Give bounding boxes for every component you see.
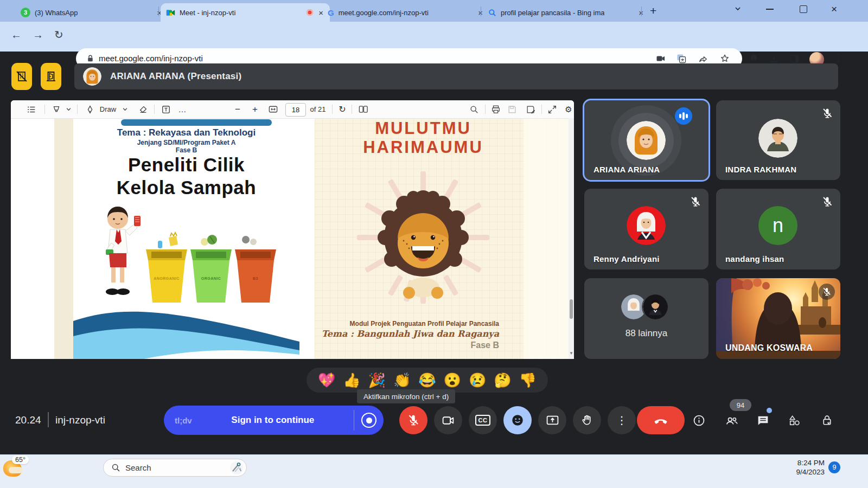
highlighter-chevron-icon[interactable]: [64, 100, 73, 118]
present-icon: [546, 414, 559, 427]
browser-tab-strip: 3 (3) WhatsApp × Meet - inj-nzop-vti × G…: [0, 0, 868, 22]
fit-width-icon[interactable]: [266, 100, 280, 118]
window-menu-chevron-icon[interactable]: [733, 4, 742, 15]
save-as-icon[interactable]: [524, 100, 537, 118]
pdf-scrollbar[interactable]: ▾: [569, 118, 574, 359]
meeting-code: inj-nzop-vti: [55, 414, 105, 426]
fullscreen-icon[interactable]: [546, 100, 559, 118]
mic-off-icon: [406, 413, 420, 427]
bookmark-star-icon[interactable]: [719, 53, 730, 64]
reactions-button[interactable]: [503, 406, 532, 434]
share-icon[interactable]: [698, 53, 709, 64]
participant-tile-renny[interactable]: Renny Andriyani: [584, 189, 709, 269]
draw-label[interactable]: Draw: [98, 100, 118, 118]
reaction-thumbs-down[interactable]: 👎: [519, 372, 537, 389]
participant-tile-undang[interactable]: UNDANG KOSWARA: [716, 278, 840, 359]
tldv-sign-in-button[interactable]: Sign in to continue: [192, 415, 354, 426]
rotate-icon[interactable]: ↻: [336, 100, 348, 118]
more-tools-icon[interactable]: …: [176, 100, 189, 118]
participant-tile-nandang[interactable]: n nandang ihsan: [716, 189, 840, 269]
highlighter-icon[interactable]: [50, 100, 63, 118]
slide-footer-3: Fase B: [320, 341, 499, 350]
print-icon[interactable]: [489, 100, 502, 118]
participant-tile-indra[interactable]: INDRA RAKHMAN: [716, 100, 840, 180]
participant-tile-others[interactable]: 88 lainnya: [584, 278, 709, 359]
reaction-party[interactable]: 🎉: [368, 372, 386, 389]
camera-toggle-button[interactable]: [434, 406, 462, 434]
page-margin-strip: [54, 118, 73, 359]
lock-icon: [86, 54, 95, 63]
page-number-input[interactable]: 18: [285, 103, 306, 117]
reaction-laugh[interactable]: 😂: [418, 372, 436, 389]
window-close-button[interactable]: ×: [831, 3, 837, 15]
reaction-thumbs-up[interactable]: 👍: [343, 372, 360, 389]
captions-button[interactable]: CC: [469, 406, 497, 434]
tab-whatsapp[interactable]: 3 (3) WhatsApp ×: [15, 3, 168, 22]
tldv-banner[interactable]: tl;dv Sign in to continue: [164, 406, 384, 435]
people-panel-button[interactable]: [725, 414, 739, 428]
reaction-thinking[interactable]: 🤔: [494, 372, 511, 389]
reaction-cry[interactable]: 😢: [469, 372, 486, 389]
tab-meet-active[interactable]: Meet - inj-nzop-vti ×: [161, 3, 330, 22]
clock[interactable]: 8:24 PM 9/4/2023: [782, 459, 825, 477]
taskbar-search-box[interactable]: Search: [103, 459, 247, 477]
browser-menu-kebab-icon[interactable]: ⋮: [833, 52, 844, 64]
tab-meet-url[interactable]: G meet.google.com/inj-nzop-vti ×: [322, 3, 489, 22]
camera-permission-icon[interactable]: [655, 53, 666, 64]
back-button[interactable]: ←: [11, 29, 22, 41]
mic-toggle-button[interactable]: [399, 406, 427, 434]
page-view-icon[interactable]: [356, 100, 370, 118]
chat-icon: [756, 414, 770, 427]
activities-button[interactable]: [788, 414, 801, 427]
zoom-out-icon[interactable]: −: [232, 100, 243, 118]
extension-button-door[interactable]: [41, 63, 61, 90]
search-highlight-image[interactable]: [229, 461, 244, 475]
extensions-puzzle-icon[interactable]: [748, 53, 759, 65]
pdf-scrollbar-thumb[interactable]: [570, 299, 573, 319]
window-restore-button[interactable]: [800, 5, 807, 13]
reaction-heart[interactable]: 💖: [318, 372, 335, 389]
text-box-icon[interactable]: [159, 100, 173, 118]
leave-call-button[interactable]: [637, 406, 685, 434]
participants-count-badge: 94: [730, 399, 751, 411]
translate-icon[interactable]: [676, 53, 687, 64]
participant-name: Renny Andriyani: [593, 254, 660, 264]
forward-button[interactable]: →: [33, 29, 43, 41]
search-placeholder: Search: [125, 463, 151, 472]
avatar: [758, 119, 797, 158]
side-panel-icon[interactable]: [789, 53, 800, 65]
present-screen-button[interactable]: [538, 406, 566, 434]
reaction-surprised[interactable]: 😮: [444, 372, 461, 389]
tldv-record-button[interactable]: [354, 413, 384, 428]
host-controls-button[interactable]: [820, 414, 834, 427]
weather-temp-label: 65°: [12, 455, 29, 464]
window-minimize-button[interactable]: [766, 9, 774, 10]
phone-down-icon: [653, 413, 668, 428]
eraser-icon[interactable]: [137, 100, 150, 118]
draw-chevron-icon[interactable]: [120, 100, 129, 118]
zoom-in-icon[interactable]: +: [250, 100, 260, 118]
extension-button-grid[interactable]: [11, 63, 32, 90]
pdf-settings-gear-icon[interactable]: ⚙: [562, 100, 574, 118]
search-document-icon[interactable]: [468, 100, 481, 118]
slide-left: Tema : Rekayasa dan Teknologi Jenjang SD…: [73, 118, 299, 359]
draw-pen-icon[interactable]: [84, 100, 97, 118]
new-tab-button[interactable]: +: [650, 4, 656, 17]
mic-off-icon: [821, 107, 834, 120]
chat-panel-button[interactable]: [756, 414, 770, 427]
bin-label-anorganic: ANORGANIC: [146, 277, 187, 280]
reload-button[interactable]: ↻: [54, 28, 63, 41]
hand-icon: [580, 414, 594, 427]
tab-label: Meet - inj-nzop-vti: [180, 9, 235, 17]
meeting-details-button[interactable]: [692, 414, 706, 427]
tab-bing-search[interactable]: profil pelajar pancasila - Bing ima ×: [483, 3, 650, 22]
toc-list-icon[interactable]: [25, 100, 38, 118]
participant-tile-ariana[interactable]: ARIANA ARIANA: [584, 100, 709, 180]
raise-hand-button[interactable]: [573, 406, 601, 434]
reaction-clap[interactable]: 👏: [393, 372, 411, 389]
notification-count-badge[interactable]: 9: [828, 461, 840, 473]
smiley-icon: [510, 413, 525, 427]
scroll-down-arrow-icon[interactable]: ▾: [569, 350, 574, 356]
downloads-icon[interactable]: [768, 53, 780, 65]
more-options-button[interactable]: ⋮: [608, 406, 636, 434]
